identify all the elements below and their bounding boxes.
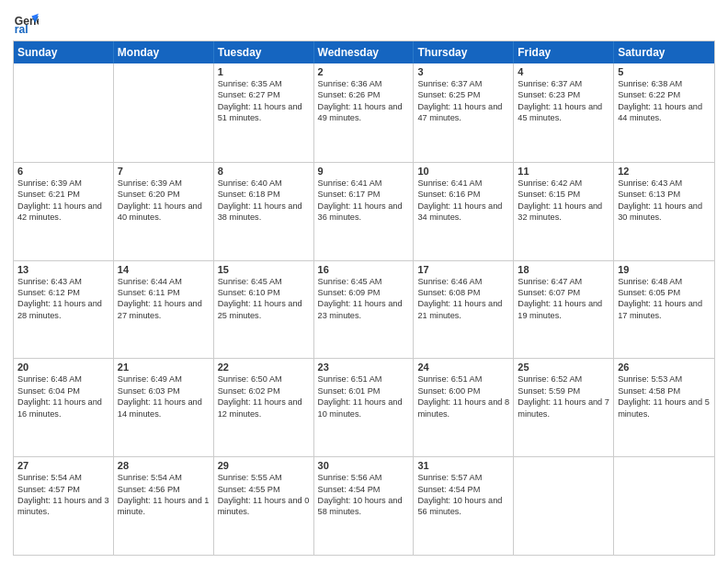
week-row-2: 13Sunrise: 6:43 AM Sunset: 6:12 PM Dayli…: [14, 260, 714, 359]
day-number: 31: [417, 460, 509, 471]
day-info: Sunrise: 6:39 AM Sunset: 6:21 PM Dayligh…: [17, 178, 109, 224]
header-cell-tuesday: Tuesday: [214, 41, 314, 63]
logo-icon: Gene ral: [13, 9, 39, 35]
day-cell-20: 20Sunrise: 6:48 AM Sunset: 6:04 PM Dayli…: [14, 359, 114, 456]
day-number: 26: [618, 362, 711, 373]
day-cell-empty-4-5: [514, 457, 614, 555]
week-row-4: 27Sunrise: 5:54 AM Sunset: 4:57 PM Dayli…: [14, 456, 714, 555]
day-info: Sunrise: 6:46 AM Sunset: 6:08 PM Dayligh…: [417, 276, 509, 322]
day-info: Sunrise: 6:52 AM Sunset: 5:59 PM Dayligh…: [518, 373, 609, 419]
day-number: 10: [417, 166, 509, 177]
week-row-0: 1Sunrise: 6:35 AM Sunset: 6:27 PM Daylig…: [14, 63, 714, 162]
day-cell-empty-0-1: [114, 63, 214, 162]
day-number: 8: [218, 166, 310, 177]
day-cell-22: 22Sunrise: 6:50 AM Sunset: 6:02 PM Dayli…: [214, 359, 314, 456]
logo: Gene ral: [13, 9, 42, 35]
page-header: Gene ral: [13, 9, 715, 35]
day-info: Sunrise: 6:44 AM Sunset: 6:11 PM Dayligh…: [118, 276, 210, 322]
day-cell-23: 23Sunrise: 6:51 AM Sunset: 6:01 PM Dayli…: [314, 359, 415, 456]
day-cell-9: 9Sunrise: 6:41 AM Sunset: 6:17 PM Daylig…: [314, 163, 415, 260]
day-number: 1: [218, 66, 310, 77]
day-number: 15: [218, 264, 310, 275]
day-info: Sunrise: 6:38 AM Sunset: 6:22 PM Dayligh…: [618, 78, 711, 124]
header-cell-wednesday: Wednesday: [314, 41, 415, 63]
day-info: Sunrise: 5:57 AM Sunset: 4:54 PM Dayligh…: [417, 472, 509, 518]
day-number: 30: [318, 460, 410, 471]
header-cell-sunday: Sunday: [14, 41, 114, 63]
day-cell-15: 15Sunrise: 6:45 AM Sunset: 6:10 PM Dayli…: [214, 261, 314, 359]
day-info: Sunrise: 6:42 AM Sunset: 6:15 PM Dayligh…: [518, 178, 609, 224]
day-number: 9: [318, 166, 410, 177]
day-info: Sunrise: 6:41 AM Sunset: 6:17 PM Dayligh…: [318, 178, 410, 224]
day-info: Sunrise: 6:45 AM Sunset: 6:09 PM Dayligh…: [318, 276, 410, 322]
day-info: Sunrise: 6:37 AM Sunset: 6:25 PM Dayligh…: [417, 78, 509, 124]
day-number: 28: [118, 460, 210, 471]
day-info: Sunrise: 6:47 AM Sunset: 6:07 PM Dayligh…: [518, 276, 609, 322]
calendar: SundayMondayTuesdayWednesdayThursdayFrid…: [13, 40, 715, 556]
day-cell-19: 19Sunrise: 6:48 AM Sunset: 6:05 PM Dayli…: [614, 261, 714, 359]
calendar-body: 1Sunrise: 6:35 AM Sunset: 6:27 PM Daylig…: [14, 63, 714, 555]
day-cell-empty-4-6: [614, 457, 714, 555]
day-cell-8: 8Sunrise: 6:40 AM Sunset: 6:18 PM Daylig…: [214, 163, 314, 260]
day-number: 24: [417, 362, 509, 373]
day-cell-21: 21Sunrise: 6:49 AM Sunset: 6:03 PM Dayli…: [114, 359, 214, 456]
day-info: Sunrise: 6:35 AM Sunset: 6:27 PM Dayligh…: [218, 78, 310, 124]
day-cell-empty-0-0: [14, 63, 114, 162]
day-cell-6: 6Sunrise: 6:39 AM Sunset: 6:21 PM Daylig…: [14, 163, 114, 260]
day-cell-3: 3Sunrise: 6:37 AM Sunset: 6:25 PM Daylig…: [414, 63, 514, 162]
day-number: 20: [17, 362, 109, 373]
day-number: 16: [318, 264, 410, 275]
day-info: Sunrise: 6:43 AM Sunset: 6:13 PM Dayligh…: [618, 178, 711, 224]
day-number: 17: [417, 264, 509, 275]
day-info: Sunrise: 5:56 AM Sunset: 4:54 PM Dayligh…: [318, 472, 410, 518]
day-cell-14: 14Sunrise: 6:44 AM Sunset: 6:11 PM Dayli…: [114, 261, 214, 359]
day-number: 21: [118, 362, 210, 373]
day-number: 4: [518, 66, 609, 77]
day-cell-5: 5Sunrise: 6:38 AM Sunset: 6:22 PM Daylig…: [614, 63, 714, 162]
header-cell-thursday: Thursday: [414, 41, 514, 63]
day-info: Sunrise: 6:37 AM Sunset: 6:23 PM Dayligh…: [518, 78, 609, 124]
week-row-3: 20Sunrise: 6:48 AM Sunset: 6:04 PM Dayli…: [14, 358, 714, 456]
day-cell-28: 28Sunrise: 5:54 AM Sunset: 4:56 PM Dayli…: [114, 457, 214, 555]
day-cell-31: 31Sunrise: 5:57 AM Sunset: 4:54 PM Dayli…: [414, 457, 514, 555]
day-info: Sunrise: 5:53 AM Sunset: 4:58 PM Dayligh…: [618, 373, 711, 419]
day-cell-30: 30Sunrise: 5:56 AM Sunset: 4:54 PM Dayli…: [314, 457, 415, 555]
day-number: 11: [518, 166, 609, 177]
day-cell-1: 1Sunrise: 6:35 AM Sunset: 6:27 PM Daylig…: [214, 63, 314, 162]
calendar-header: SundayMondayTuesdayWednesdayThursdayFrid…: [14, 41, 714, 63]
day-number: 19: [618, 264, 711, 275]
day-info: Sunrise: 6:40 AM Sunset: 6:18 PM Dayligh…: [218, 178, 310, 224]
header-cell-monday: Monday: [114, 41, 214, 63]
day-number: 6: [17, 166, 109, 177]
day-number: 5: [618, 66, 711, 77]
day-cell-26: 26Sunrise: 5:53 AM Sunset: 4:58 PM Dayli…: [614, 359, 714, 456]
day-cell-13: 13Sunrise: 6:43 AM Sunset: 6:12 PM Dayli…: [14, 261, 114, 359]
day-cell-17: 17Sunrise: 6:46 AM Sunset: 6:08 PM Dayli…: [414, 261, 514, 359]
day-info: Sunrise: 6:48 AM Sunset: 6:05 PM Dayligh…: [618, 276, 711, 322]
day-number: 3: [417, 66, 509, 77]
day-cell-24: 24Sunrise: 6:51 AM Sunset: 6:00 PM Dayli…: [414, 359, 514, 456]
svg-text:ral: ral: [15, 23, 28, 35]
day-cell-10: 10Sunrise: 6:41 AM Sunset: 6:16 PM Dayli…: [414, 163, 514, 260]
day-number: 27: [17, 460, 109, 471]
header-cell-friday: Friday: [514, 41, 614, 63]
day-cell-7: 7Sunrise: 6:39 AM Sunset: 6:20 PM Daylig…: [114, 163, 214, 260]
day-number: 22: [218, 362, 310, 373]
day-number: 2: [318, 66, 410, 77]
day-info: Sunrise: 6:51 AM Sunset: 6:01 PM Dayligh…: [318, 373, 410, 419]
day-info: Sunrise: 6:36 AM Sunset: 6:26 PM Dayligh…: [318, 78, 410, 124]
header-cell-saturday: Saturday: [614, 41, 714, 63]
day-number: 12: [618, 166, 711, 177]
day-info: Sunrise: 6:51 AM Sunset: 6:00 PM Dayligh…: [417, 373, 509, 419]
week-row-1: 6Sunrise: 6:39 AM Sunset: 6:21 PM Daylig…: [14, 162, 714, 260]
day-cell-16: 16Sunrise: 6:45 AM Sunset: 6:09 PM Dayli…: [314, 261, 415, 359]
day-cell-27: 27Sunrise: 5:54 AM Sunset: 4:57 PM Dayli…: [14, 457, 114, 555]
day-info: Sunrise: 5:55 AM Sunset: 4:55 PM Dayligh…: [218, 472, 310, 518]
day-info: Sunrise: 6:50 AM Sunset: 6:02 PM Dayligh…: [218, 373, 310, 419]
day-cell-18: 18Sunrise: 6:47 AM Sunset: 6:07 PM Dayli…: [514, 261, 614, 359]
day-info: Sunrise: 6:43 AM Sunset: 6:12 PM Dayligh…: [17, 276, 109, 322]
day-number: 23: [318, 362, 410, 373]
day-cell-11: 11Sunrise: 6:42 AM Sunset: 6:15 PM Dayli…: [514, 163, 614, 260]
day-number: 7: [118, 166, 210, 177]
day-cell-25: 25Sunrise: 6:52 AM Sunset: 5:59 PM Dayli…: [514, 359, 614, 456]
